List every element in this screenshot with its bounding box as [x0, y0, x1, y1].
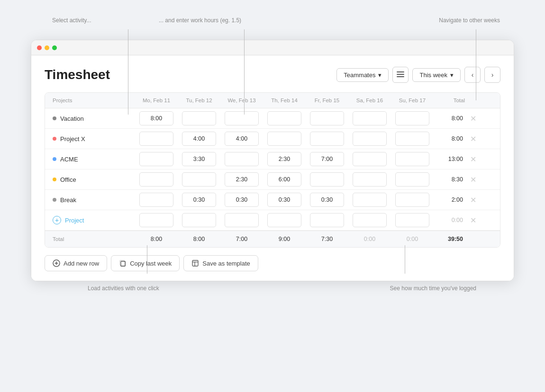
copy-last-week-button[interactable]: Copy last week [111, 255, 180, 271]
time-input-new-tue[interactable] [182, 213, 216, 227]
time-cell-acme-mon[interactable] [135, 149, 178, 169]
time-input-projectx-sat[interactable] [353, 132, 387, 146]
time-input-projectx-mon[interactable] [139, 132, 173, 146]
time-input-acme-thu[interactable] [267, 152, 301, 166]
time-input-office-fri[interactable] [310, 172, 344, 187]
time-input-new-sat[interactable] [353, 213, 387, 227]
time-cell-office-sat[interactable] [348, 169, 391, 189]
time-cell-new-mon[interactable] [135, 210, 178, 230]
time-input-break-sat[interactable] [353, 193, 387, 207]
time-input-vacation-sat[interactable] [353, 111, 387, 125]
time-cell-vacation-tue[interactable] [178, 108, 220, 128]
time-cell-new-tue[interactable] [178, 210, 220, 230]
time-input-projectx-wed[interactable] [225, 132, 259, 146]
time-input-acme-fri[interactable] [310, 152, 344, 166]
time-input-acme-sat[interactable] [353, 152, 387, 166]
close-button-icon[interactable] [37, 45, 42, 50]
time-input-new-mon[interactable] [139, 213, 173, 227]
time-input-break-tue[interactable] [182, 193, 216, 207]
delete-new-button[interactable]: ✕ [467, 216, 481, 225]
time-cell-projectx-wed[interactable] [220, 129, 263, 149]
add-project-cell[interactable]: + Project [45, 211, 135, 229]
time-cell-new-fri[interactable] [306, 210, 348, 230]
time-cell-break-wed[interactable] [220, 190, 263, 210]
time-cell-office-mon[interactable] [135, 169, 178, 189]
this-week-dropdown[interactable]: This week ▾ [412, 68, 461, 82]
time-cell-acme-sun[interactable] [391, 149, 434, 169]
time-input-vacation-sun[interactable] [395, 111, 429, 125]
time-cell-new-thu[interactable] [263, 210, 306, 230]
time-cell-projectx-tue[interactable] [178, 129, 220, 149]
time-input-projectx-tue[interactable] [182, 132, 216, 146]
time-input-acme-wed[interactable] [225, 152, 259, 166]
add-project-row[interactable]: + Project [45, 210, 500, 231]
time-input-vacation-fri[interactable] [310, 111, 344, 125]
time-input-office-mon[interactable] [139, 172, 173, 187]
time-cell-break-fri[interactable] [306, 190, 348, 210]
time-input-break-thu[interactable] [267, 193, 301, 207]
time-input-office-thu[interactable] [267, 172, 301, 187]
time-input-office-sun[interactable] [395, 172, 429, 187]
save-as-template-button[interactable]: Save as template [183, 255, 258, 271]
time-cell-office-wed[interactable] [220, 169, 263, 189]
delete-acme-button[interactable]: ✕ [467, 155, 481, 164]
time-input-vacation-wed[interactable] [225, 111, 259, 125]
time-cell-new-sat[interactable] [348, 210, 391, 230]
delete-break-button[interactable]: ✕ [467, 196, 481, 205]
time-input-acme-tue[interactable] [182, 152, 216, 166]
time-cell-projectx-sun[interactable] [391, 129, 434, 149]
time-cell-vacation-sun[interactable] [391, 108, 434, 128]
time-cell-acme-thu[interactable] [263, 149, 306, 169]
delete-vacation-button[interactable]: ✕ [467, 114, 481, 123]
time-cell-acme-sat[interactable] [348, 149, 391, 169]
time-input-new-thu[interactable] [267, 213, 301, 227]
time-input-office-tue[interactable] [182, 172, 216, 187]
time-cell-vacation-wed[interactable] [220, 108, 263, 128]
time-cell-break-tue[interactable] [178, 190, 220, 210]
time-cell-break-sun[interactable] [391, 190, 434, 210]
time-input-projectx-fri[interactable] [310, 132, 344, 146]
time-input-vacation-thu[interactable] [267, 111, 301, 125]
time-input-break-fri[interactable] [310, 193, 344, 207]
time-cell-projectx-mon[interactable] [135, 129, 178, 149]
time-cell-office-sun[interactable] [391, 169, 434, 189]
time-cell-projectx-thu[interactable] [263, 129, 306, 149]
prev-week-button[interactable]: ‹ [464, 67, 481, 83]
time-cell-projectx-sat[interactable] [348, 129, 391, 149]
time-cell-new-wed[interactable] [220, 210, 263, 230]
time-cell-break-sat[interactable] [348, 190, 391, 210]
time-cell-office-tue[interactable] [178, 169, 220, 189]
maximize-button-icon[interactable] [52, 45, 57, 50]
time-input-break-sun[interactable] [395, 193, 429, 207]
delete-office-button[interactable]: ✕ [467, 175, 481, 184]
time-input-break-mon[interactable] [139, 193, 173, 207]
time-input-vacation-mon[interactable] [139, 111, 173, 125]
time-input-projectx-thu[interactable] [267, 132, 301, 146]
time-cell-break-thu[interactable] [263, 190, 306, 210]
teammates-dropdown[interactable]: Teammates ▾ [336, 68, 389, 82]
time-cell-vacation-sat[interactable] [348, 108, 391, 128]
time-input-office-wed[interactable] [225, 172, 259, 187]
time-input-vacation-tue[interactable] [182, 111, 216, 125]
list-view-button[interactable] [392, 67, 409, 83]
time-input-break-wed[interactable] [225, 193, 259, 207]
time-input-acme-mon[interactable] [139, 152, 173, 166]
time-cell-office-fri[interactable] [306, 169, 348, 189]
add-new-row-button[interactable]: Add new row [45, 255, 107, 271]
time-cell-vacation-fri[interactable] [306, 108, 348, 128]
time-cell-office-thu[interactable] [263, 169, 306, 189]
time-input-projectx-sun[interactable] [395, 132, 429, 146]
time-cell-vacation-thu[interactable] [263, 108, 306, 128]
time-cell-vacation-mon[interactable] [135, 108, 178, 128]
time-input-new-fri[interactable] [310, 213, 344, 227]
time-input-new-wed[interactable] [225, 213, 259, 227]
time-input-new-sun[interactable] [395, 213, 429, 227]
minimize-button-icon[interactable] [45, 45, 49, 50]
time-cell-acme-tue[interactable] [178, 149, 220, 169]
time-input-office-sat[interactable] [353, 172, 387, 187]
time-cell-acme-fri[interactable] [306, 149, 348, 169]
delete-projectx-button[interactable]: ✕ [467, 134, 481, 143]
next-week-button[interactable]: › [484, 67, 500, 83]
time-cell-new-sun[interactable] [391, 210, 434, 230]
time-input-acme-sun[interactable] [395, 152, 429, 166]
